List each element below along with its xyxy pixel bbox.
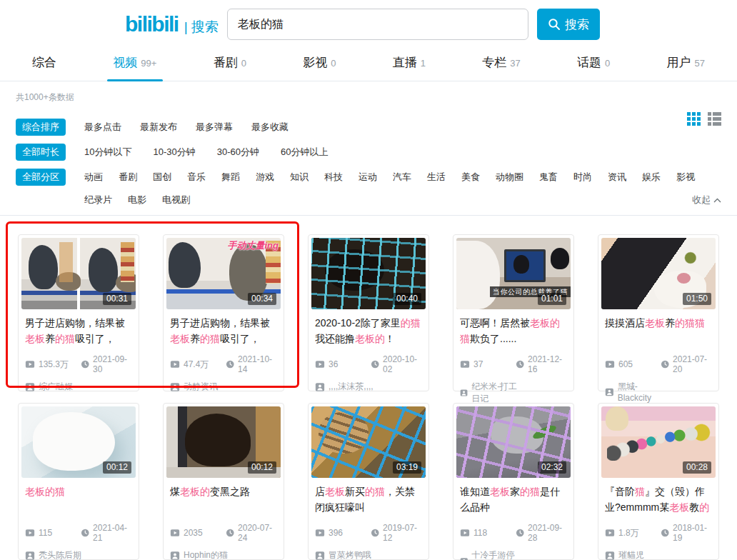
upload-date: 2021-10-14 (226, 354, 277, 374)
zone-option[interactable]: 美食 (461, 171, 480, 184)
zone-option[interactable]: 番剧 (119, 171, 137, 184)
video-card[interactable]: 01:50 摸摸酒店老板养的猫猫 605 2021-07-20 (598, 234, 719, 391)
video-thumbnail[interactable]: 手动丈量ing 00:34 (166, 238, 281, 309)
zone-option[interactable]: 电视剧 (162, 194, 190, 206)
collapse-toggle[interactable]: 收起 (692, 194, 721, 206)
bilibili-logo[interactable]: bilibili | 搜索 (125, 12, 219, 36)
duration-option[interactable]: 10分钟以下 (84, 146, 131, 159)
zone-option[interactable]: 影视 (676, 171, 695, 184)
duration-badge: 01:01 (538, 293, 566, 305)
list-view-icon[interactable] (708, 112, 721, 126)
video-title[interactable]: 2020-10-2除了家里的猫我还能撸老板的！ (315, 315, 422, 346)
video-title[interactable]: 谁知道老板家的猫是什么品种 (460, 484, 567, 515)
video-card[interactable]: 00:31 男子进店购物，结果被老板养的猫吸引了，猫：我不要 135.3万 20… (18, 234, 139, 391)
tab-video[interactable]: 视频99+ (113, 54, 156, 81)
zone-option[interactable]: 时尚 (573, 171, 592, 184)
sort-option[interactable]: 最多收藏 (251, 121, 289, 134)
grid-view-icon[interactable] (687, 112, 701, 126)
video-title[interactable]: 摸摸酒店老板养的猫猫 (605, 315, 712, 346)
duration-option[interactable]: 10-30分钟 (153, 146, 195, 159)
tab-movies[interactable]: 影视0 (303, 54, 336, 81)
video-card[interactable]: 当你公司的总裁养了猫 01:01 可恶啊！居然被老板的猫欺负了...... 37… (453, 234, 574, 391)
zone-option[interactable]: 生活 (427, 171, 446, 184)
collapse-label: 收起 (692, 194, 711, 206)
zone-active-pill[interactable]: 全部分区 (16, 169, 66, 186)
video-thumbnail[interactable]: 00:40 (311, 238, 426, 309)
play-count: 47.4万 (170, 359, 226, 371)
video-thumbnail[interactable]: 当你公司的总裁养了猫 01:01 (456, 238, 571, 309)
video-card[interactable]: 03:19 店老板新买的猫，关禁闭疯狂嚎叫 396 2019-07-12 (308, 403, 429, 560)
video-title[interactable]: 男子进店购物，结果被老板养的猫吸引了，猫：我不要 (170, 315, 277, 346)
zone-option[interactable]: 鬼畜 (539, 171, 558, 184)
view-toggles (687, 112, 721, 126)
zone-option[interactable]: 运动 (359, 171, 377, 184)
video-card[interactable]: 00:28 『音阶猫』交（毁）作业?emmmm某老板教的数码暴 1.8万 201… (598, 403, 719, 560)
tab-articles[interactable]: 专栏37 (482, 54, 520, 81)
tab-live[interactable]: 直播1 (393, 54, 426, 81)
zone-option[interactable]: 电影 (128, 194, 146, 206)
video-thumbnail[interactable]: 00:12 (21, 406, 136, 478)
zone-option[interactable]: 资讯 (608, 171, 626, 184)
upload-date: 2018-01-19 (661, 523, 712, 543)
zone-option[interactable]: 游戏 (256, 171, 274, 184)
uploader[interactable]: 黑城-Blackcity (605, 381, 666, 403)
video-thumbnail[interactable]: 00:31 (21, 238, 136, 309)
video-card[interactable]: 00:12 煤老板的变黑之路 2035 2020-07-24 (163, 403, 284, 560)
zone-option[interactable]: 舞蹈 (221, 171, 240, 184)
sort-active-pill[interactable]: 综合排序 (16, 119, 66, 136)
zone-option[interactable]: 纪录片 (84, 194, 112, 206)
tab-users[interactable]: 用户57 (666, 54, 704, 81)
sort-option[interactable]: 最多点击 (84, 121, 121, 134)
video-card[interactable]: 手动丈量ing 00:34 男子进店购物，结果被老板养的猫吸引了，猫：我不要 4… (163, 234, 284, 391)
video-title[interactable]: 『音阶猫』交（毁）作业?emmmm某老板教的数码暴 (605, 484, 712, 515)
tab-bangumi[interactable]: 番剧0 (214, 54, 246, 81)
uploader[interactable]: 璀貓児 (605, 549, 666, 560)
uploader[interactable]: 纪米米-打工日记 (460, 381, 521, 405)
video-meta: 36 2020-10-02 (315, 354, 422, 374)
search-input[interactable] (227, 9, 528, 40)
uploader-icon (25, 551, 35, 560)
uploader[interactable]: 秃头陈后期 (25, 549, 86, 560)
uploader[interactable]: 十冷手游停服了 (460, 549, 521, 560)
video-thumbnail[interactable]: 02:32 (456, 406, 571, 478)
tab-topics[interactable]: 话题0 (577, 54, 610, 81)
video-card[interactable]: 02:32 谁知道老板家的猫是什么品种 118 2021-09-28 (453, 403, 574, 560)
video-card[interactable]: 00:40 2020-10-2除了家里的猫我还能撸老板的！ 36 2020-10… (308, 234, 429, 391)
uploader[interactable]: 冒菜烤鸭哦 (315, 549, 376, 560)
uploader[interactable]: ,,,,沫沫茶,,,, (315, 381, 376, 393)
uploader[interactable]: Hophin的猫 (170, 549, 231, 560)
uploader-icon (460, 388, 468, 398)
search-button[interactable]: 搜索 (537, 9, 600, 40)
sort-option[interactable]: 最新发布 (140, 121, 177, 134)
zone-option[interactable]: 动画 (84, 171, 103, 184)
tab-count: 0 (241, 58, 246, 69)
zone-option[interactable]: 娱乐 (642, 171, 661, 184)
video-card[interactable]: 00:12 老板的猫 115 2021-04-21 (18, 403, 139, 560)
upload-date: 2021-12-16 (516, 354, 567, 374)
uploader[interactable]: 综广融媒 (25, 381, 86, 393)
zone-option[interactable]: 动物圈 (496, 171, 523, 184)
video-thumbnail[interactable]: 03:19 (311, 406, 426, 478)
tab-label: 专栏 (482, 54, 506, 71)
video-thumbnail[interactable]: 00:12 (166, 406, 281, 478)
video-thumbnail[interactable]: 01:50 (601, 238, 716, 309)
sort-option[interactable]: 最多弹幕 (196, 121, 233, 134)
video-title[interactable]: 可恶啊！居然被老板的猫欺负了...... (460, 315, 567, 346)
uploader[interactable]: 动静资讯 (170, 381, 231, 393)
video-title[interactable]: 男子进店购物，结果被老板养的猫吸引了，猫：我不要 (25, 315, 132, 346)
zone-option[interactable]: 科技 (324, 171, 343, 184)
video-title[interactable]: 老板的猫 (25, 484, 132, 515)
video-title[interactable]: 煤老板的变黑之路 (170, 484, 277, 515)
zone-option[interactable]: 国创 (153, 171, 171, 184)
zone-option[interactable]: 音乐 (187, 171, 206, 184)
zone-option[interactable]: 汽车 (393, 171, 411, 184)
duration-option[interactable]: 60分钟以上 (281, 146, 328, 159)
tab-all[interactable]: 综合 (32, 54, 56, 81)
video-thumbnail[interactable]: 00:28 (601, 406, 716, 478)
uploader-row: 综广融媒 (25, 381, 132, 393)
play-icon (605, 359, 615, 369)
video-title[interactable]: 店老板新买的猫，关禁闭疯狂嚎叫 (315, 484, 422, 515)
duration-option[interactable]: 30-60分钟 (217, 146, 259, 159)
zone-option[interactable]: 知识 (290, 171, 309, 184)
duration-active-pill[interactable]: 全部时长 (16, 144, 66, 161)
